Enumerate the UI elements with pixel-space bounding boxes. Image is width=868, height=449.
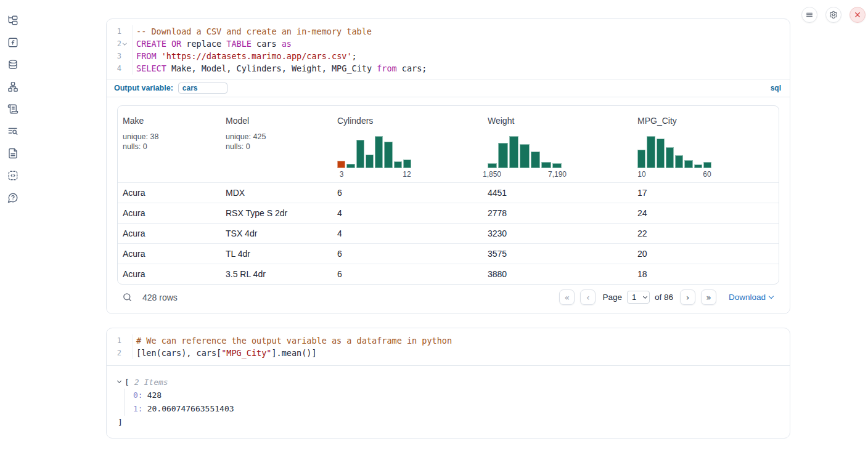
tree-entry: 1:20.060747663551403	[133, 402, 790, 416]
sql-code-editor[interactable]: 1-- Download a CSV and create an in-memo…	[107, 19, 790, 79]
code-line: 2[len(cars), cars["MPG_City"].mean()]	[107, 347, 790, 359]
histogram-bar[interactable]	[498, 143, 507, 168]
table-cell: 6	[332, 269, 483, 279]
menu-button[interactable]	[801, 7, 817, 23]
histogram-bar[interactable]	[647, 136, 655, 168]
histogram-bar[interactable]	[403, 160, 411, 168]
sidebar-item-help[interactable]	[7, 192, 18, 203]
sidebar-item-logs[interactable]	[7, 126, 18, 137]
column-header: Modelunique: 425nulls: 0	[221, 106, 332, 182]
code-text: # We can reference the output variable a…	[132, 334, 452, 347]
histogram-bar[interactable]	[356, 140, 364, 168]
code-token: from	[377, 63, 397, 73]
histogram-bar[interactable]	[541, 162, 551, 168]
code-line: 4SELECT Make, Model, Cylinders, Weight, …	[107, 62, 790, 75]
histogram-bar[interactable]	[346, 164, 354, 168]
axis-min-label: 3	[340, 170, 344, 179]
column-name[interactable]: Make	[123, 116, 144, 126]
histogram-bar[interactable]	[520, 144, 529, 168]
settings-button[interactable]	[825, 7, 841, 23]
last-page-button[interactable]: »	[701, 289, 716, 305]
next-page-button[interactable]: ›	[680, 289, 695, 305]
column-name[interactable]: MPG_City	[637, 116, 677, 126]
tree-entry-value: 428	[147, 390, 162, 400]
sidebar-item-snippets[interactable]	[7, 170, 18, 181]
fold-chevron-icon[interactable]	[123, 41, 126, 44]
sidebar-item-scratchpad[interactable]	[7, 103, 18, 115]
histogram-bar-highlighted[interactable]	[337, 161, 345, 168]
histogram-bar[interactable]	[384, 142, 392, 168]
python-cell: 1# We can reference the output variable …	[106, 328, 790, 439]
histogram-bar[interactable]	[694, 164, 702, 168]
column-name[interactable]: Weight	[488, 116, 514, 126]
column-name[interactable]: Cylinders	[337, 116, 373, 126]
previous-page-button[interactable]: ‹	[580, 289, 596, 305]
line-number: 3	[107, 50, 121, 62]
column-header: Makeunique: 38nulls: 0	[118, 106, 221, 182]
histogram-bar[interactable]	[488, 163, 497, 168]
histogram-bar[interactable]	[684, 160, 692, 168]
table-row: AcuraTL 4dr6357520	[118, 243, 779, 264]
histogram-bar[interactable]	[366, 155, 374, 168]
tree-collapse-chevron-icon[interactable]	[118, 381, 121, 382]
row-count: 428 rows	[142, 293, 178, 302]
column-header: Weight1,8507,190	[483, 106, 633, 182]
first-page-button[interactable]: «	[559, 289, 575, 305]
line-number: 4	[107, 62, 121, 75]
line-number: 2	[107, 38, 121, 50]
output-variable-input[interactable]	[178, 83, 227, 94]
histogram-bar[interactable]	[637, 150, 645, 168]
page-label: Page	[602, 293, 622, 302]
table-cell: RSX Type S 2dr	[221, 208, 332, 218]
histogram-bar[interactable]	[657, 139, 665, 168]
sidebar-item-datasources[interactable]	[7, 59, 18, 70]
column-stats: unique: 425nulls: 0	[226, 132, 327, 152]
column-name[interactable]: Model	[226, 116, 249, 126]
gear-icon	[829, 10, 838, 19]
code-token: cars	[252, 39, 282, 49]
code-text: -- Download a CSV and create an in-memor…	[132, 25, 372, 38]
histogram-bar[interactable]	[375, 136, 383, 168]
code-token: CREATE OR	[136, 39, 181, 49]
table-cell: 4	[332, 208, 483, 218]
column-stat: nulls: 0	[123, 142, 216, 152]
search-icon[interactable]	[122, 292, 133, 302]
column-histogram: 1,8507,190	[488, 134, 562, 179]
tree-entry-value: 20.060747663551403	[147, 404, 234, 413]
histogram-bar[interactable]	[552, 163, 562, 168]
code-line: 3FROM 'https://datasets.marimo.app/cars.…	[107, 50, 790, 62]
table-cell: Acura	[118, 229, 221, 238]
page-select-wrap: 1	[627, 291, 650, 304]
table-cell: 20	[633, 249, 779, 259]
download-chevron-down-icon	[769, 294, 774, 299]
tree-entry: 0:428	[133, 389, 790, 402]
code-text: FROM 'https://datasets.marimo.app/cars.c…	[132, 50, 357, 62]
table-cell: 2778	[483, 208, 633, 218]
sidebar-item-documentation[interactable]	[7, 148, 18, 159]
histogram-bar[interactable]	[509, 136, 518, 168]
table-cell: Acura	[118, 188, 221, 198]
tree-open-bracket: [	[125, 378, 129, 387]
histogram-bar[interactable]	[675, 155, 683, 168]
download-button[interactable]: Download	[729, 293, 773, 302]
table-cell: Acura	[118, 249, 221, 259]
sidebar-item-dependencies[interactable]	[7, 81, 18, 92]
histogram-bar[interactable]	[666, 147, 674, 168]
code-token: ;	[352, 51, 357, 61]
python-code-editor[interactable]: 1# We can reference the output variable …	[107, 328, 790, 365]
document-icon	[7, 148, 18, 159]
sidebar-item-file-explorer[interactable]	[7, 15, 18, 26]
axis-max-label: 12	[403, 170, 411, 179]
shutdown-button[interactable]	[850, 7, 866, 23]
code-token: TABLE	[226, 39, 252, 49]
table-cell: 22	[633, 229, 779, 238]
histogram-bar[interactable]	[394, 161, 402, 168]
histogram-axis-labels: 1060	[637, 170, 711, 179]
line-number: 1	[107, 334, 121, 347]
histogram-bar[interactable]	[703, 162, 711, 168]
output-variable-label: Output variable:	[114, 84, 173, 92]
histogram-bar[interactable]	[531, 152, 540, 168]
code-token: SELECT	[136, 63, 166, 73]
sidebar-item-variables[interactable]	[7, 37, 18, 48]
gutter-fold-area	[121, 334, 128, 347]
